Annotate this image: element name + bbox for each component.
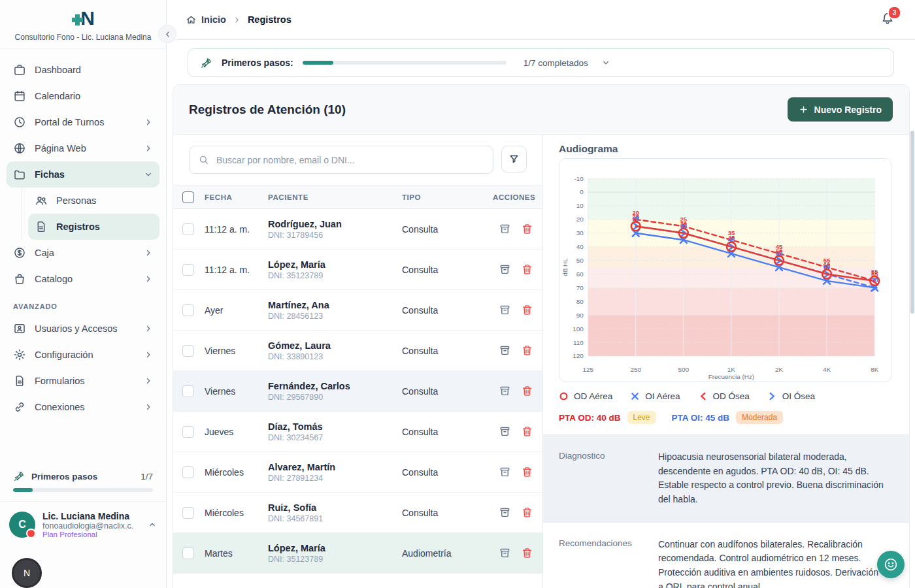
column-header-paciente[interactable]: PACIENTE (268, 193, 402, 201)
row-checkbox[interactable] (182, 466, 194, 478)
row-checkbox[interactable] (182, 304, 194, 316)
clock-icon (13, 116, 26, 129)
sidebar-item-catalogo[interactable]: Catalogo (7, 266, 159, 292)
sidebar-item-formularios[interactable]: Formularios (7, 368, 159, 394)
new-record-button[interactable]: Nuevo Registro (788, 97, 893, 122)
cell-tipo: Audiometría (402, 548, 493, 559)
archive-icon[interactable] (499, 425, 511, 438)
svg-text:125: 125 (582, 366, 593, 373)
search-input[interactable] (215, 154, 484, 166)
table-row[interactable]: 11:12 a. m.Rodríguez, JuanDNI: 31789456C… (173, 209, 542, 250)
trash-icon[interactable] (521, 466, 533, 478)
sidebar-item-dashboard[interactable]: Dashboard (7, 57, 159, 83)
sidebar-section-label: AVANZADO (13, 302, 153, 310)
table-body: 11:12 a. m.Rodríguez, JuanDNI: 31789456C… (173, 209, 542, 588)
sidebar-item-usuarios-y-accesos[interactable]: Usuarios y Accesos (7, 316, 159, 342)
trash-icon[interactable] (521, 425, 533, 438)
row-checkbox[interactable] (182, 385, 194, 397)
filter-button[interactable] (501, 146, 527, 172)
sidebar-item-caja[interactable]: Caja (7, 240, 159, 266)
table-row[interactable]: JuevesDíaz, TomásDNI: 30234567Consulta (173, 412, 542, 452)
getting-started-banner[interactable]: Primeros pasos: 1/7 completados (188, 48, 894, 77)
column-header-acciones: ACCIONES (493, 193, 538, 201)
cell-paciente: Martínez, AnaDNI: 28456123 (268, 300, 402, 321)
cell-tipo: Consulta (402, 467, 493, 478)
row-checkbox[interactable] (182, 264, 194, 276)
app-logo[interactable]: N (72, 5, 94, 31)
floating-avatar-bubble[interactable]: N (12, 558, 42, 588)
svg-text:Frecuencia (Hz): Frecuencia (Hz) (708, 373, 754, 380)
gt-marker-icon (767, 391, 777, 401)
archive-icon[interactable] (499, 547, 511, 559)
row-checkbox[interactable] (182, 547, 194, 559)
select-all-checkbox[interactable] (182, 191, 194, 203)
sidebar-item-pagina-web[interactable]: Página Web (7, 135, 159, 161)
home-icon (186, 14, 197, 25)
cell-fecha: 11:12 a. m. (205, 265, 268, 275)
sidebar-item-registros[interactable]: Registros (28, 214, 159, 240)
row-checkbox[interactable] (182, 223, 194, 235)
chevron-right-icon (144, 402, 153, 412)
chevron-down-icon (144, 170, 153, 179)
table-row[interactable]: AyerMartínez, AnaDNI: 28456123Consulta (173, 290, 542, 331)
column-header-tipo[interactable]: TIPO (402, 193, 493, 201)
diagnosis-text: Hipoacusia neurosensorial bilateral mode… (658, 450, 884, 507)
link-icon (13, 400, 26, 414)
legend-item-oi-aerea: OI Aérea (630, 391, 680, 401)
trash-icon[interactable] (521, 304, 533, 316)
trash-icon[interactable] (521, 223, 533, 235)
sidebar-item-calendario[interactable]: Calendario (7, 83, 159, 109)
sidebar-item-fichas[interactable]: Fichas (7, 161, 159, 188)
archive-icon[interactable] (499, 344, 511, 357)
trash-icon[interactable] (521, 263, 533, 276)
svg-text:2K: 2K (775, 366, 784, 373)
pta-od-severity-badge: Leve (627, 411, 656, 424)
chevron-right-icon (144, 350, 153, 359)
trash-icon[interactable] (521, 385, 533, 397)
table-row[interactable]: MartesLópez, MaríaDNI: 35123789Audiometr… (173, 533, 542, 574)
svg-text:1K: 1K (727, 366, 736, 373)
archive-icon[interactable] (499, 223, 511, 235)
filter-icon (508, 154, 520, 165)
sidebar-item-label: Usuarios y Accesos (35, 323, 135, 334)
archive-icon[interactable] (499, 304, 511, 316)
chevron-down-icon[interactable] (601, 58, 610, 67)
archive-icon[interactable] (499, 466, 511, 478)
breadcrumb-home[interactable]: Inicio (186, 14, 226, 25)
vertical-scrollbar[interactable] (910, 131, 914, 314)
notifications-button[interactable]: 3 (880, 10, 895, 29)
onboarding-progress[interactable]: Primeros pasos 1/7 (0, 464, 166, 501)
svg-text:70: 70 (576, 284, 584, 291)
cell-paciente: Alvarez, MartínDNI: 27891234 (268, 462, 402, 483)
archive-icon[interactable] (499, 506, 511, 519)
table-row[interactable]: MiércolesAlvarez, MartínDNI: 27891234Con… (173, 452, 542, 493)
sidebar-item-portal-de-turnos[interactable]: Portal de Turnos (7, 109, 159, 135)
trash-icon[interactable] (521, 506, 533, 519)
sidebar-item-configuracion[interactable]: Configuración (7, 342, 159, 368)
table-row[interactable]: ViernesGómez, LauraDNI: 33890123Consulta (173, 331, 542, 371)
sidebar-item-conexiones[interactable]: Conexiones (7, 394, 159, 420)
help-chat-button[interactable] (877, 551, 905, 578)
column-header-fecha[interactable]: FECHA (205, 193, 268, 201)
user-plan-badge: Plan Profesional (42, 531, 141, 538)
table-row[interactable]: 11:12 a. m.López, MaríaDNI: 35123789Cons… (173, 250, 542, 290)
table-row[interactable]: MiércolesRuiz, SofíaDNI: 34567891Consult… (173, 493, 542, 533)
main-area: Inicio Registros 3 Primeros pasos: 1/7 c… (167, 0, 915, 588)
sidebar-item-personas[interactable]: Personas (28, 188, 159, 214)
sidebar-collapse-button[interactable] (159, 25, 176, 42)
trash-icon[interactable] (521, 547, 533, 559)
archive-icon[interactable] (499, 263, 511, 276)
archive-icon[interactable] (499, 385, 511, 397)
diagnosis-row: Diagnostico Hipoacusia neurosensorial bi… (543, 434, 909, 522)
user-menu[interactable]: C Lic. Luciana Medina fonoaudiologia@nac… (0, 501, 166, 544)
table-row[interactable]: ViernesFernández, CarlosDNI: 29567890Con… (173, 371, 542, 412)
trash-icon[interactable] (521, 344, 533, 357)
table-row[interactable]: MartesRomero, ValentinaConsulta (173, 574, 542, 588)
row-checkbox[interactable] (182, 426, 194, 438)
page-title: Registros de Atención (10) (189, 103, 346, 117)
records-table: FECHA PACIENTE TIPO ACCIONES 11:12 a. m.… (173, 186, 542, 588)
user-email: fonoaudiologia@naclix.c... (42, 521, 134, 531)
row-checkbox[interactable] (182, 507, 194, 519)
row-checkbox[interactable] (182, 345, 194, 357)
audiogram-svg: -100102030405060708090100110120125250500… (559, 159, 891, 382)
